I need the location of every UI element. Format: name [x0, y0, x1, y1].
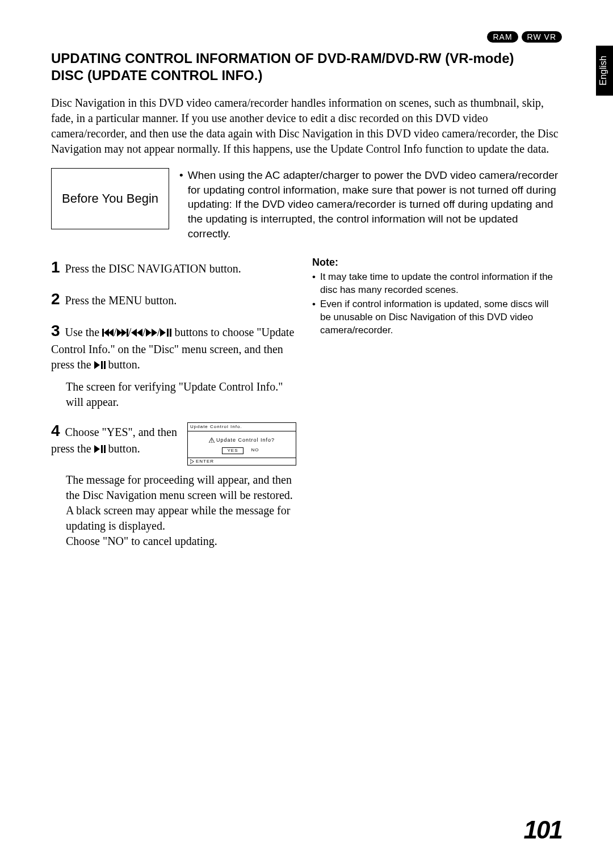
- step-number-4: 4: [51, 422, 60, 439]
- svg-rect-17: [101, 445, 103, 453]
- svg-marker-9: [152, 329, 157, 337]
- play-pause-icon: [94, 358, 106, 371]
- bullet-dot-icon: •: [312, 298, 316, 337]
- before-you-begin-text: When using the AC adapter/charger to pow…: [188, 168, 562, 241]
- svg-marker-22: [190, 459, 194, 464]
- badge-rwvr: RW VR: [522, 31, 562, 43]
- page-number: 101: [524, 816, 562, 844]
- play-pause-icon: [94, 442, 106, 455]
- confirmation-screen-figure: Update Control Info. Update Control Info…: [187, 422, 296, 466]
- svg-marker-8: [146, 329, 152, 337]
- step-2: 2 Press the MENU button.: [51, 288, 296, 310]
- screen-question: Update Control Info?: [216, 437, 275, 444]
- step-3-text-a: Use the: [65, 326, 103, 338]
- svg-rect-11: [167, 329, 169, 337]
- svg-marker-16: [94, 445, 100, 453]
- note-heading: Note:: [312, 257, 562, 269]
- before-you-begin-bullet: • When using the AC adapter/charger to p…: [179, 168, 562, 241]
- manual-page: RAM RW VR English UPDATING CONTROL INFOR…: [0, 0, 613, 868]
- enter-triangle-icon: [190, 459, 195, 464]
- step-1: 1 Press the DISC NAVIGATION button.: [51, 257, 296, 278]
- step-3-sub: The screen for verifying "Update Control…: [66, 379, 296, 410]
- svg-rect-5: [127, 329, 128, 337]
- svg-marker-7: [137, 329, 142, 337]
- bullet-dot-icon: •: [179, 168, 183, 241]
- section-title: UPDATING CONTROL INFORMATION OF DVD-RAM/…: [51, 50, 528, 84]
- step-4: 4 Choose "YES", and then press the butto…: [51, 420, 296, 550]
- two-column-layout: 1 Press the DISC NAVIGATION button. 2 Pr…: [51, 257, 562, 559]
- note-column: Note: •It may take time to update the co…: [312, 257, 562, 559]
- bullet-dot-icon: •: [312, 271, 316, 297]
- play-pause-icon: [160, 326, 171, 338]
- step-4-text-b: button.: [106, 442, 140, 455]
- badge-ram: RAM: [487, 31, 518, 43]
- svg-point-21: [211, 442, 212, 442]
- svg-rect-0: [102, 329, 104, 337]
- step-4-sub: The message for proceeding will appear, …: [66, 472, 296, 549]
- warning-icon: [209, 438, 215, 443]
- svg-marker-6: [131, 329, 137, 337]
- svg-marker-13: [94, 361, 100, 369]
- note-item-2: •Even if control information is updated,…: [312, 298, 562, 337]
- svg-rect-14: [101, 361, 103, 369]
- note-item-1: •It may take time to update the control …: [312, 271, 562, 297]
- step-number-1: 1: [51, 258, 60, 276]
- forward-icon: [146, 326, 157, 338]
- prev-track-icon: [102, 326, 114, 338]
- step-number-3: 3: [51, 322, 60, 339]
- intro-paragraph: Disc Navigation in this DVD video camera…: [51, 95, 562, 157]
- before-you-begin-row: Before You Begin • When using the AC ada…: [51, 168, 562, 241]
- svg-marker-4: [121, 329, 127, 337]
- svg-marker-10: [160, 329, 166, 337]
- step-3-text-c: button.: [106, 358, 140, 371]
- note-list: •It may take time to update the control …: [312, 271, 562, 337]
- screen-yes-option: YES: [222, 447, 243, 454]
- next-track-icon: [117, 326, 128, 338]
- svg-marker-2: [108, 329, 114, 337]
- note-2-text: Even if control information is updated, …: [320, 298, 562, 337]
- step-3: 3 Use the //// buttons to choose "Update…: [51, 320, 296, 410]
- screen-enter-label: ENTER: [196, 459, 214, 464]
- disc-type-badges: RAM RW VR: [487, 31, 562, 43]
- language-tab: English: [596, 45, 613, 95]
- svg-marker-1: [104, 329, 109, 337]
- step-number-2: 2: [51, 290, 60, 308]
- step-1-text: Press the DISC NAVIGATION button.: [65, 262, 241, 275]
- note-1-text: It may take time to update the control i…: [320, 271, 562, 297]
- svg-marker-3: [117, 329, 122, 337]
- rewind-icon: [131, 326, 142, 338]
- screen-title: Update Control Info.: [188, 423, 296, 431]
- screen-no-option: NO: [249, 447, 262, 454]
- step-2-text: Press the MENU button.: [65, 294, 177, 307]
- steps-column: 1 Press the DISC NAVIGATION button. 2 Pr…: [51, 257, 296, 559]
- before-you-begin-box: Before You Begin: [51, 168, 169, 229]
